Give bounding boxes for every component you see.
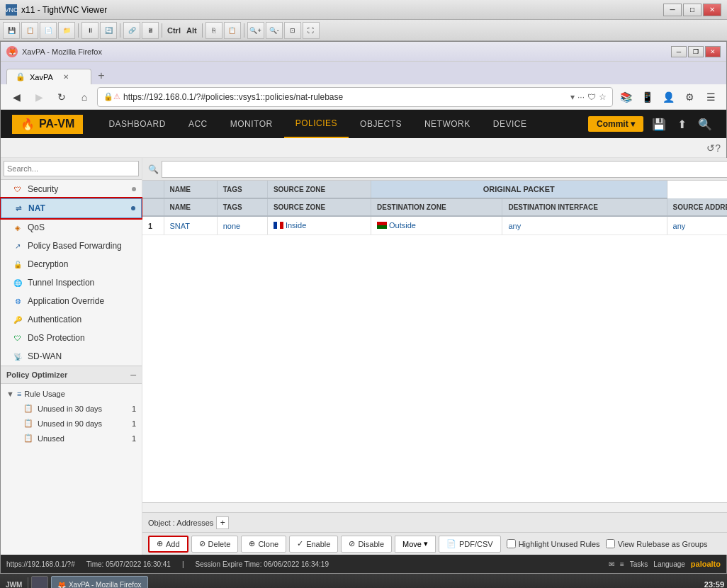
firefox-minimize-btn[interactable]: ─ <box>671 46 687 57</box>
object-bar-add-btn[interactable]: + <box>216 516 229 529</box>
src-addr-link[interactable]: any <box>673 222 686 230</box>
source-zone-link[interactable]: Inside <box>286 221 306 230</box>
taskbar-item-firefox[interactable]: 🦊 XavPA - Mozilla Firefox <box>51 576 148 588</box>
pdf-csv-btn[interactable]: 📄 PDF/CSV <box>439 536 501 553</box>
extensions-btn[interactable]: ⚙ <box>680 87 699 107</box>
firefox-new-tab-btn[interactable]: + <box>91 67 111 84</box>
col-name[interactable]: NAME <box>164 181 217 198</box>
bookmarks-btn[interactable]: 📚 <box>616 87 636 107</box>
view-rulebase-checkbox[interactable] <box>606 539 615 548</box>
rule-name-link[interactable]: SNAT <box>170 222 191 230</box>
disable-rule-btn[interactable]: ⊘ Disable <box>341 536 392 553</box>
language-label[interactable]: Language <box>653 560 685 568</box>
sidebar-item-pbf[interactable]: ↗ Policy Based Forwarding <box>1 237 142 255</box>
highlight-unused-checkbox[interactable] <box>507 539 516 548</box>
nav-dashboard[interactable]: DASHBOARD <box>97 110 177 138</box>
tree-child-unused90[interactable]: 📋 Unused in 90 days 1 <box>1 416 142 431</box>
dest-if-link[interactable]: any <box>508 222 521 230</box>
nav-objects[interactable]: OBJECTS <box>349 110 413 138</box>
col-source-zone[interactable]: SOURCE ZONE <box>267 181 371 198</box>
sidebar-item-dos[interactable]: 🛡 DoS Protection <box>1 329 142 347</box>
tree-child-unused[interactable]: 📋 Unused 1 <box>1 431 142 446</box>
vnc-tool-zoomfit[interactable]: ⊡ <box>284 22 301 39</box>
vnc-tool-zoomin[interactable]: 🔍+ <box>247 22 264 39</box>
sidebar-item-auth[interactable]: 🔑 Authentication <box>1 310 142 329</box>
vnc-tool-zoomout[interactable]: 🔍- <box>266 22 283 39</box>
nav-network[interactable]: NETWORK <box>413 110 482 138</box>
vnc-tool-fullscreen[interactable]: ⛶ <box>303 22 320 39</box>
refresh-config-btn[interactable]: ↺ <box>706 142 715 154</box>
url-more-icon[interactable]: ··· <box>577 92 585 102</box>
rule-usage-parent[interactable]: ▼ ≡ Rule Usage <box>1 387 142 401</box>
col-dstzone-h[interactable]: DESTINATION ZONE <box>371 198 502 216</box>
nav-acc[interactable]: ACC <box>177 110 219 138</box>
tasks-label[interactable]: Tasks <box>630 560 648 568</box>
vnc-window-controls[interactable]: ─ □ ✕ <box>663 4 721 16</box>
vnc-tool-pause[interactable]: ⏸ <box>81 22 98 39</box>
policy-optimizer-collapse-btn[interactable]: ─ <box>130 371 136 379</box>
clone-rule-btn[interactable]: ⊕ Clone <box>241 536 286 553</box>
col-name-h[interactable]: NAME <box>164 198 217 216</box>
vnc-tool-paste[interactable]: 📋 <box>224 22 241 39</box>
url-bookmark-icon[interactable]: ☆ <box>599 92 607 102</box>
enable-rule-btn[interactable]: ✓ Enable <box>289 536 338 553</box>
vnc-tool-disk2[interactable]: 📋 <box>21 22 38 39</box>
upload-icon-btn[interactable]: ⬆ <box>675 115 689 134</box>
home-btn[interactable]: ⌂ <box>74 87 94 107</box>
row-dstif[interactable]: any <box>502 216 667 235</box>
vnc-close-btn[interactable]: ✕ <box>703 4 721 16</box>
col-srczone-h[interactable]: SOURCE ZONE <box>267 198 371 216</box>
vnc-tool-refresh[interactable]: 🔄 <box>100 22 117 39</box>
search-icon-btn[interactable]: 🔍 <box>695 115 715 134</box>
url-dropdown-icon[interactable]: ▾ <box>570 92 575 102</box>
firefox-tab-xavpa[interactable]: 🔒 XavPA ✕ <box>6 69 91 84</box>
vnc-alt-label[interactable]: Alt <box>184 26 199 35</box>
vnc-ctrl-label[interactable]: Ctrl <box>165 26 183 35</box>
firefox-window-controls[interactable]: ─ ❐ ✕ <box>671 46 721 57</box>
sidebar-item-qos[interactable]: ◈ QoS <box>1 218 142 237</box>
sidebar-item-security[interactable]: 🛡 Security <box>1 180 142 198</box>
help-btn[interactable]: ? <box>715 142 721 154</box>
row-name[interactable]: SNAT <box>164 216 217 235</box>
row-tags-value[interactable]: none <box>223 222 240 230</box>
nav-policies[interactable]: POLICIES <box>284 110 349 138</box>
sidebar-item-nat[interactable]: ⇌ NAT <box>1 198 142 218</box>
nav-device[interactable]: DEVICE <box>482 110 539 138</box>
tasks-icon[interactable]: ≡ <box>620 560 624 568</box>
save-icon-btn[interactable]: 💾 <box>649 115 669 134</box>
vnc-tool-disk1[interactable]: 💾 <box>3 22 20 39</box>
vnc-tool-rdp[interactable]: 🖥 <box>142 22 159 39</box>
synced-tabs-btn[interactable]: 📱 <box>637 87 657 107</box>
delete-rule-btn[interactable]: ⊘ Delete <box>191 536 239 553</box>
vnc-tool-copy[interactable]: ⎘ <box>205 22 222 39</box>
vnc-tool-conn[interactable]: 🔗 <box>123 22 140 39</box>
row-srcaddr[interactable]: any <box>667 216 727 235</box>
col-tags[interactable]: TAGS <box>217 181 267 198</box>
sidebar-item-sdwan[interactable]: 📡 SD-WAN <box>1 347 142 366</box>
horizontal-scrollbar[interactable] <box>142 502 727 512</box>
menu-btn[interactable]: ☰ <box>701 87 721 107</box>
dest-zone-link[interactable]: Outside <box>389 221 416 230</box>
url-shield-icon[interactable]: 🛡 <box>587 92 596 102</box>
refresh-btn[interactable]: ↻ <box>52 87 72 107</box>
main-search-input[interactable] <box>162 161 727 178</box>
sidebar-search-input[interactable] <box>4 161 139 176</box>
col-srcaddr-h[interactable]: SOURCE ADDRESS <box>667 198 727 216</box>
url-bar[interactable]: 🔒⚠ https://192.168.0.1/?#policies::vsys1… <box>97 87 613 107</box>
firefox-tab-close-btn[interactable]: ✕ <box>63 73 69 81</box>
tree-child-unused30[interactable]: 📋 Unused in 30 days 1 <box>1 401 142 416</box>
col-tags-h[interactable]: TAGS <box>217 198 267 216</box>
sidebar-item-tunnel[interactable]: 🌐 Tunnel Inspection <box>1 273 142 292</box>
sidebar-item-decryption[interactable]: 🔓 Decryption <box>1 255 142 273</box>
add-rule-btn[interactable]: ⊕ Add <box>148 536 188 553</box>
vnc-minimize-btn[interactable]: ─ <box>663 4 682 16</box>
table-row[interactable]: 1 SNAT none Inside <box>142 216 727 235</box>
sidebar-item-appoverride[interactable]: ⚙ Application Override <box>1 292 142 310</box>
forward-btn[interactable]: ▶ <box>29 87 49 107</box>
firefox-close-btn[interactable]: ✕ <box>705 46 721 57</box>
profile-btn[interactable]: 👤 <box>658 87 678 107</box>
commit-button[interactable]: Commit ▾ <box>588 116 643 132</box>
vnc-maximize-btn[interactable]: □ <box>683 4 701 16</box>
col-dstif-h[interactable]: DESTINATION INTERFACE <box>502 198 667 216</box>
taskbar-item-blank[interactable]: _ <box>31 576 48 588</box>
